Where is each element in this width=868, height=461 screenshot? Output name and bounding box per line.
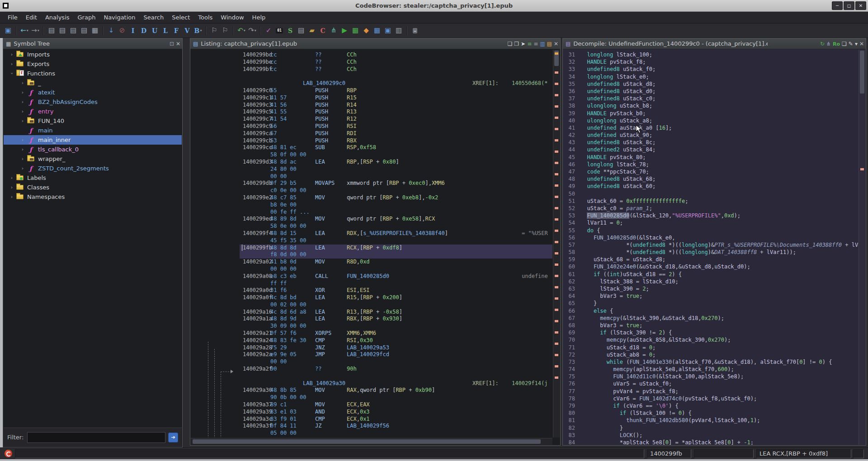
expand-chevron-icon[interactable]: › <box>8 52 15 57</box>
decompiler-line[interactable]: 76 uVar5 = uStack_f0; <box>563 381 858 388</box>
decompiler-line[interactable]: 38 ulonglong uStack_b8; <box>563 103 858 110</box>
letter-f-icon[interactable]: F <box>171 25 181 36</box>
script-manager-icon[interactable]: S <box>285 25 295 36</box>
listing-row[interactable]: 24 80 00 <box>191 166 552 173</box>
menu-window[interactable]: Window <box>217 13 248 22</box>
undo-icon[interactable]: ↶▾ <box>236 25 246 36</box>
listing-row[interactable]: 140029a0241 b8 0dMOVR8D,0xd <box>191 259 552 266</box>
decompiler-line[interactable]: 55 do { <box>563 227 858 235</box>
decompiler-line[interactable]: 71 uStack_d18 = 0; <box>563 344 858 352</box>
decompiler-line[interactable]: 61 if ((int)uStack_d18 == 2) { <box>563 271 858 278</box>
out-function-icon-3[interactable]: ▤ <box>68 25 78 36</box>
listing-row[interactable]: 140029a3983 e1 03ANDECX,0x3 <box>191 409 552 416</box>
sidebar-item-imports[interactable]: ›Imports <box>4 50 182 59</box>
decompiler-line[interactable]: 83 LOCK(); <box>563 432 858 439</box>
menu-select[interactable]: Select <box>168 13 194 22</box>
paste-icon[interactable]: ❒ <box>514 41 519 47</box>
close-icon[interactable]: ✕ <box>176 41 180 47</box>
status-resize-grip[interactable] <box>853 449 864 458</box>
decompiler-line[interactable]: 65 } <box>563 300 858 307</box>
letter-d-icon[interactable]: D <box>139 25 149 36</box>
menu-help[interactable]: Help <box>248 13 270 22</box>
refresh-icon[interactable]: ↻ <box>820 41 825 47</box>
decompiler-line[interactable]: 80 if (lStack_100 != 0) { <box>563 410 858 417</box>
listing-row[interactable]: 140029a3048 8b 85MOVRAX,qword ptr [RBP +… <box>191 387 552 394</box>
dropdown-arrow-icon[interactable]: ▾ <box>38 28 39 33</box>
expand-chevron-icon[interactable]: › <box>8 61 15 67</box>
listing-row[interactable]: 1400299c055PUSHRBP <box>191 87 552 94</box>
listing-row[interactable]: 58 0e 00 00 <box>191 223 552 230</box>
listing-row[interactable]: 140029a210f 57 f6XORPSXMM6,XMM6 <box>191 330 552 337</box>
sidebar-item-functions[interactable]: ›Functions <box>4 69 182 78</box>
ro-icon[interactable]: Ro <box>833 42 840 47</box>
decompiler-line[interactable]: 54 lVar11 = 0; <box>563 220 858 227</box>
sidebar-item-fun_140[interactable]: ›FUN_140 <box>4 116 182 126</box>
decompiler-scrollbar[interactable] <box>859 50 865 445</box>
listing-row[interactable]: 1400299c141 57PUSHR15 <box>191 94 552 102</box>
sidebar-item-zstd_count_2segments[interactable]: ›ƒZSTD_count_2segments <box>4 164 182 173</box>
decompiler-line[interactable]: 45 HANDLE pvStack_80; <box>563 154 858 161</box>
decompiler-line[interactable]: 73 while (FUN_14001e330(alStack_f70,&uSt… <box>563 359 858 366</box>
forward-icon[interactable]: →▾ <box>30 25 40 36</box>
decompiler-line[interactable]: 48 undefined8 uStack_68; <box>563 176 858 183</box>
listing-row[interactable]: c0 0e 00 00 <box>191 187 552 194</box>
listing-label-row[interactable]: LAB_1400299c0XREF[1]:140550d68(* <box>191 80 552 87</box>
sidebar-item-atexit[interactable]: ›ƒatexit <box>4 88 182 97</box>
sidebar-item-wrapper_[interactable]: ›wrapper_ <box>4 154 182 164</box>
data-type-manager-icon[interactable]: ▰ <box>307 25 317 36</box>
expand-chevron-icon[interactable]: › <box>19 165 26 171</box>
validate-icon[interactable]: ✓ <box>264 25 274 36</box>
decompiler-line[interactable]: 74 memcpy(aplStack_5e8,alStack_f70,600); <box>563 366 858 373</box>
decompiler-line[interactable]: 63 lStack_390 = 2; <box>563 286 858 293</box>
decompiler-line[interactable]: 41 undefined auStack_a0 [16]; <box>563 125 858 132</box>
listing-row[interactable]: 1400299cb53PUSHRBX <box>191 137 552 145</box>
listing-label-row[interactable]: LAB_140029a30XREF[1]:140029f14(j <box>191 380 552 387</box>
decompiler-line[interactable]: 46 longlong lStack_78; <box>563 161 858 169</box>
menu-analysis[interactable]: Analysis <box>41 13 74 22</box>
listing-row[interactable]: 140029a1a48 8d 9dLEARBX,[RBP + 0x930] <box>191 315 552 323</box>
listing-row[interactable]: 58 0f 00 00 <box>191 151 552 159</box>
menu-search[interactable]: Search <box>140 13 168 22</box>
symbol-tree-header[interactable]: ▦ Symbol Tree ⊡✕ <box>3 38 182 49</box>
expand-chevron-icon[interactable]: › <box>19 156 26 162</box>
listing-row[interactable]: 140029a3f0f 84 11JZLAB_140029f56 <box>191 423 552 430</box>
comment-icon[interactable]: … <box>410 25 420 36</box>
table-add-icon[interactable]: ▣ <box>383 25 393 36</box>
decompiler-line[interactable]: 66 else { <box>563 308 858 315</box>
decompiler-line[interactable]: 51 uStack_60 = 0xfffffffffffffffe; <box>563 198 858 205</box>
decompiler-line[interactable]: 70 memcpy(auStack_858,&lStack_390,0x270)… <box>563 337 858 344</box>
decompiler-line[interactable]: 56 FUN_1400285d0(&lStack_e0, <box>563 235 858 242</box>
listing-row[interactable]: 90 0b 00 00 <box>191 394 552 401</box>
decompiler-line[interactable]: 59 uStack_68 = uStack_d8; <box>563 256 858 263</box>
listing-row[interactable]: 1400299db0f 29 b5MOVAPSxmmword ptr [RBP … <box>191 180 552 187</box>
listing-row[interactable]: 1400299d348 8d acLEARBP,[RSP + 0x80] <box>191 159 552 166</box>
expand-chevron-icon[interactable]: › <box>19 137 26 143</box>
sidebar-item-entry[interactable]: ›ƒentry <box>4 107 182 116</box>
decompiler-line[interactable]: 69 if (lStack_390 != 2) { <box>563 329 858 337</box>
listing-row[interactable]: f8 0d 00 00 <box>191 251 552 259</box>
listing-row[interactable]: 45 f5 35 00 <box>191 237 552 245</box>
decompiler-line[interactable]: 58 *(undefined8 *)((longlong)&DAT_140388… <box>563 249 858 256</box>
fields-icon[interactable]: ▥ <box>540 41 545 47</box>
maximize-button[interactable]: ◻ <box>844 1 854 10</box>
listing-row[interactable]: 1400299fb48 8d 8dLEARCX,[RBP + 0xdf8] <box>191 245 552 252</box>
sidebar-item-namespaces[interactable]: ›Namespaces <box>4 192 182 202</box>
listing-row[interactable]: 1400299c956PUSHRSI <box>191 123 552 130</box>
listing-row[interactable]: 00 fe ff ... <box>191 209 552 216</box>
expand-chevron-icon[interactable]: › <box>19 118 26 124</box>
sidebar-item-tls_callback_0[interactable]: ›ƒtls_callback_0 <box>4 145 182 154</box>
edit-icon[interactable]: ✎ <box>849 41 853 47</box>
listing-row[interactable]: 1400299f448 8d 15LEARDX,[s_%USERPROFILE%… <box>191 230 552 237</box>
listing-row[interactable]: 140029a164c 8d 6d a8LEAR13,[RBP + -0x58] <box>191 309 552 316</box>
filter-options-button[interactable]: ➔ <box>168 433 178 442</box>
listing-row[interactable]: 1400299ed48 89 8dMOVqword ptr [RBP + 0xe… <box>191 216 552 223</box>
letter-b-icon[interactable]: B▾ <box>193 25 203 36</box>
menu-navigation[interactable]: Navigation <box>99 13 139 22</box>
scrollbar-thumb[interactable] <box>554 51 559 66</box>
menu-edit[interactable]: Edit <box>22 13 41 22</box>
listing-row[interactable]: ff ff <box>191 280 552 287</box>
listing-row[interactable]: 30 09 00 00 <box>191 323 552 330</box>
sidebar-item-exports[interactable]: ›Exports <box>4 59 182 69</box>
decompiler-line[interactable]: 40 ulonglong uStack_a8; <box>563 118 858 125</box>
flag-icon-1[interactable]: ⚐ <box>209 25 219 36</box>
